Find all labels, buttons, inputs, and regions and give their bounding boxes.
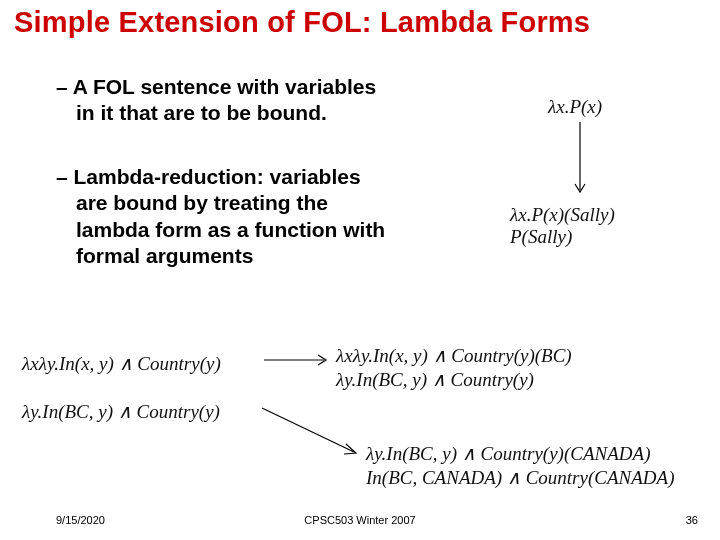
formula-top-right-2: λx.P(x)(Sally) P(Sally) <box>510 204 615 248</box>
bullet-2-line4: formal arguments <box>56 244 253 267</box>
slide-title: Simple Extension of FOL: Lambda Forms <box>14 6 590 39</box>
arrow-down-icon <box>570 120 590 200</box>
arrow-right-1-icon <box>262 350 334 370</box>
bullet-2: – Lambda-reduction: variables are bound … <box>56 164 476 269</box>
bullet-1: – A FOL sentence with variables in it th… <box>56 74 476 127</box>
bullet-2-line2: are bound by treating the <box>56 191 328 214</box>
footer-page-number: 36 <box>686 514 698 526</box>
bullet-2-line1: – Lambda-reduction: variables <box>56 165 361 188</box>
formula-mid-1: λxλy.In(x, y) ∧ Country(y)(BC) <box>336 344 572 367</box>
arrow-diagonal-icon <box>258 396 368 466</box>
footer-center: CPSC503 Winter 2007 <box>304 514 415 526</box>
formula-mid-2: λy.In(BC, y) ∧ Country(y) <box>336 368 534 391</box>
formula-top-right-2-line1: λx.P(x)(Sally) <box>510 204 615 226</box>
bullet-1-line1: – A FOL sentence with variables <box>56 75 376 98</box>
bullet-1-line2: in it that are to be bound. <box>56 101 327 124</box>
svg-line-2 <box>262 408 354 452</box>
formula-left-1: λxλy.In(x, y) ∧ Country(y) <box>22 352 221 375</box>
footer-date: 9/15/2020 <box>56 514 105 526</box>
formula-top-right-2-line2: P(Sally) <box>510 226 615 248</box>
bullet-2-line3: lambda form as a function with <box>56 218 385 241</box>
formula-left-2: λy.In(BC, y) ∧ Country(y) <box>22 400 220 423</box>
formula-top-right-1: λx.P(x) <box>548 96 602 118</box>
formula-right-2: In(BC, CANADA) ∧ Country(CANADA) <box>366 466 674 489</box>
formula-right-1: λy.In(BC, y) ∧ Country(y)(CANADA) <box>366 442 650 465</box>
